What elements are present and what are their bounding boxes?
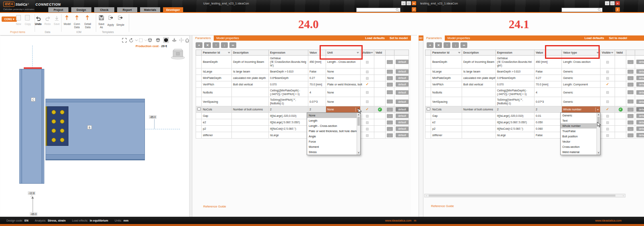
cell-description[interactable]	[462, 119, 496, 126]
default-button[interactable]: default	[396, 100, 409, 104]
row-selector-cell[interactable]	[196, 56, 202, 68]
dropdown-item[interactable]: Whole number	[561, 123, 597, 129]
dropdown-item[interactable]: Length - Cross-section	[307, 123, 357, 129]
cell-visible[interactable]	[361, 119, 374, 126]
cell-value[interactable]: 2	[535, 106, 562, 113]
more-button[interactable]: ...	[387, 100, 393, 104]
cell-description[interactable]: Number of bolt columns	[462, 106, 496, 113]
cell-param-id[interactable]: VertPitch	[431, 81, 462, 88]
search-input[interactable]	[563, 8, 598, 11]
reference-guide-link[interactable]: Reference Guide	[431, 204, 454, 208]
filter-icon[interactable]	[597, 52, 599, 54]
cell-value[interactable]: 4	[535, 88, 562, 97]
cell-param-id[interactable]: VertSpacing	[202, 97, 232, 106]
dimension-bottom[interactable]: -65.0	[30, 212, 37, 216]
more-button[interactable]: ...	[387, 108, 393, 112]
close-button[interactable]: ✕	[412, 1, 416, 5]
dimension-rotation[interactable]: -12.8	[28, 191, 35, 195]
info-button[interactable]: i	[615, 7, 620, 12]
tab-model-properties[interactable]: Model properties	[445, 35, 473, 41]
cell-value[interactable]: 0.050	[535, 119, 562, 126]
minimize-button[interactable]: –	[605, 1, 609, 5]
default-button[interactable]: default	[636, 114, 644, 118]
beam-label[interactable]: B	[87, 125, 92, 129]
cell-param-id[interactable]: BeamDepth	[431, 56, 462, 68]
visible-checkbox[interactable]	[606, 77, 609, 80]
cell-visible[interactable]	[601, 88, 615, 97]
more-button[interactable]: ...	[387, 90, 393, 94]
load-defaults-button[interactable]: Load defaults	[584, 36, 604, 40]
ribbon-tab[interactable]: Materials	[140, 7, 160, 12]
simple-template-icon[interactable]	[118, 15, 124, 22]
cell-value[interactable]: False	[535, 68, 562, 75]
cell-value[interactable]: 4	[308, 88, 326, 97]
visible-checkbox[interactable]	[366, 128, 369, 131]
visible-checkbox[interactable]	[606, 70, 609, 73]
default-button[interactable]: default	[396, 82, 409, 87]
load-defaults-button[interactable]: Load defaults	[365, 36, 385, 40]
visible-checkbox[interactable]	[366, 61, 369, 64]
cell-value[interactable]: 0.060	[535, 126, 562, 132]
row-selector-cell[interactable]	[196, 106, 202, 113]
visible-checkbox[interactable]	[606, 115, 609, 118]
undo-icon[interactable]	[35, 16, 41, 23]
row-selector-cell[interactable]	[196, 88, 202, 97]
panel-splitter[interactable]	[189, 35, 192, 217]
more-button[interactable]: ...	[627, 76, 634, 80]
cell-visible[interactable]	[361, 68, 374, 75]
cell-visible[interactable]: ✓	[601, 106, 615, 113]
add-parameter-button[interactable]: +	[427, 42, 433, 48]
default-button[interactable]: default	[396, 114, 409, 118]
default-button[interactable]: default	[636, 90, 644, 95]
cell-expression[interactable]: Ceiling(([MinPlateDepth] - (.040*2)) / […	[269, 88, 308, 97]
default-button[interactable]: default	[636, 120, 644, 124]
cell-param-id[interactable]: stiffener	[431, 132, 462, 139]
row-selector-cell[interactable]	[425, 113, 431, 119]
filter-icon[interactable]	[458, 52, 460, 54]
more-button[interactable]: ...	[387, 133, 393, 137]
tab-parameters[interactable]: Parameters	[423, 35, 445, 41]
tab-model-properties[interactable]: Model properties	[214, 35, 242, 41]
dropdown-item[interactable]: Cross-section	[561, 144, 597, 149]
cell-param-id[interactable]: BeamDepth	[202, 56, 232, 68]
home-icon[interactable]	[184, 37, 189, 43]
cell-unit[interactable]: None	[326, 68, 361, 75]
header-expression[interactable]: Expression	[496, 50, 535, 56]
row-selector-cell[interactable]	[425, 88, 431, 97]
row-selector-cell[interactable]	[425, 132, 431, 139]
default-button[interactable]: default	[396, 60, 409, 64]
search-box[interactable]	[356, 8, 400, 12]
cell-description[interactable]	[462, 132, 496, 139]
default-button[interactable]: default	[396, 120, 409, 124]
dropdown-item[interactable]: Vector	[561, 139, 597, 144]
search-box[interactable]	[561, 8, 603, 12]
row-selector-cell[interactable]	[425, 97, 431, 106]
visible-checkbox[interactable]	[606, 121, 609, 124]
scroll-left-icon[interactable]: ‹	[425, 194, 428, 197]
more-button[interactable]: ...	[627, 108, 634, 112]
cell-visible[interactable]	[361, 113, 374, 119]
default-button[interactable]: default	[636, 76, 644, 80]
chevron-down-icon[interactable]: ▼	[595, 108, 599, 112]
cell-visible[interactable]	[601, 132, 615, 139]
more-button[interactable]: ...	[387, 60, 393, 64]
cell-value-type[interactable]: Generic	[562, 68, 601, 75]
row-selector-cell[interactable]	[425, 106, 431, 113]
ribbon-tab[interactable]: Report	[117, 7, 137, 12]
cell-unit[interactable]: Length - Cross-section	[326, 56, 361, 68]
cell-value[interactable]: 450 [mm]	[535, 56, 562, 68]
cell-value-type[interactable]: Length: Cross-section	[562, 56, 601, 68]
cell-value[interactable]: 0.27	[535, 75, 562, 81]
header-visible[interactable]: Visible	[361, 50, 374, 56]
cell-description[interactable]	[232, 113, 269, 119]
visible-checkbox[interactable]	[606, 91, 609, 94]
more-button[interactable]: ...	[627, 114, 634, 118]
cell-expression[interactable]: 0.070	[269, 81, 308, 88]
row-selector-cell[interactable]	[425, 75, 431, 81]
cell-param-id[interactable]: stiffener	[202, 132, 232, 139]
visible-checkbox[interactable]	[366, 91, 369, 94]
dropdown-item[interactable]: Stress	[307, 149, 357, 155]
filter-icon[interactable]	[357, 52, 359, 54]
tab-parameters[interactable]: Parameters	[192, 35, 214, 41]
row-selector-cell[interactable]	[425, 56, 431, 68]
